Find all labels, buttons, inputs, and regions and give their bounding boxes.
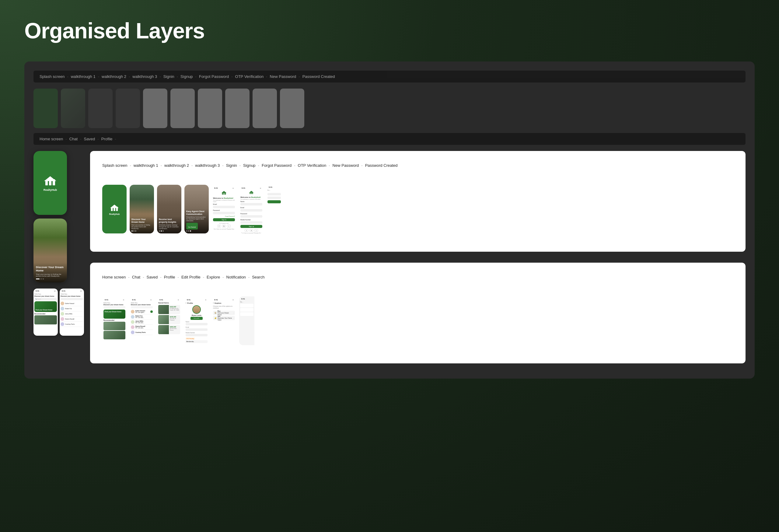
bg-phone-w1 [61,88,85,128]
partial-label: No... [240,301,253,303]
password-input[interactable] [213,212,235,214]
nav1-w3[interactable]: walkthrough 3 [132,74,157,79]
dot-2 [43,279,44,279]
chat-item-5: Courtney Parris [61,322,83,327]
nav2-saved[interactable]: Saved [84,137,95,141]
no-account[interactable]: Don't have an account? Register Now [213,228,235,230]
forgot-submit-btn[interactable] [267,200,281,203]
ns1-signup[interactable]: Signup [243,163,255,168]
search-home[interactable] [104,306,125,309]
main-canvas: Splash screen - walkthrough 1 - walkthro… [24,61,755,378]
facebook-btn[interactable]: f [217,225,221,228]
wt1-sub: Start your journey to finding the perfec… [131,224,152,230]
search-chat-m[interactable] [131,306,153,308]
name-m5: Courtney Parris [135,332,153,333]
signin-btn[interactable]: Sign In [213,218,235,221]
ns1-w3[interactable]: walkthrough 3 [195,163,220,168]
name-input[interactable] [240,203,262,205]
search-bar-chat[interactable] [61,298,83,300]
search-bar[interactable]: 🔍 Search [35,298,57,300]
forgot-input-1[interactable] [267,193,281,195]
ns2-editprofile[interactable]: Edit Profile [181,275,200,279]
svg-marker-11 [222,191,226,193]
discover-text: Discover your dream home: [35,295,57,297]
ns2-home[interactable]: Home screen [102,275,126,279]
nav1-w2[interactable]: walkthrough 2 [102,74,126,79]
p-email-label: Email [186,327,207,328]
ns1-otp[interactable]: OTP Verification [298,163,326,168]
nav2-profile[interactable]: Profile [101,137,113,141]
forgot-input-2[interactable] [267,196,281,199]
a-su[interactable]:  [254,229,258,232]
signup-label: Sign up [240,225,262,228]
ns1-pwcreated[interactable]: Password Created [365,163,398,168]
nav1-signup[interactable]: Signup [180,74,193,79]
find-home-card: Find your Dream Home [104,309,125,319]
ns2-search[interactable]: Search [252,275,264,279]
fb-su[interactable]: f [245,229,248,232]
ns1-w2[interactable]: walkthrough 2 [164,163,189,168]
svg-marker-15 [249,191,253,193]
nav2-chat[interactable]: Chat [69,137,77,141]
nav1-pwcreated[interactable]: Password Created [302,74,335,79]
nav1-signin[interactable]: Signin [163,74,174,79]
nav1-forgot[interactable]: Forgot Password [199,74,229,79]
ns1-splash[interactable]: Splash screen [102,163,127,168]
find-home-title: Find your Dream Home [105,311,124,312]
ns1-newpw[interactable]: New Password [333,163,359,168]
bg-screens-row: Splash screen - walkthrough 1 - walkthro… [34,71,745,145]
edit-profile-btn[interactable]: Edit profile [190,317,203,320]
auth-splash-phone: RealtyHub [102,185,127,233]
bg-phone-forgot [198,88,222,128]
walkthrough-title-large: Discover Your Dream Home [36,266,64,273]
ns2-profile[interactable]: Profile [164,275,175,279]
avatar-m5 [131,331,134,334]
discover-home: Discover your dream home: [104,304,125,306]
saved-img-3 [158,325,169,334]
ns1-w1[interactable]: walkthrough 1 [134,163,158,168]
password-input-su[interactable] [240,215,262,218]
wt1-title: Discover Your Dream Home [131,218,152,223]
white-card-auth: Splash screen - walkthrough 1 - walkthro… [90,151,745,252]
nav1-splash[interactable]: Splash screen [40,74,64,79]
nav1-otp[interactable]: OTP Verification [235,74,264,79]
google-btn[interactable]: G [222,225,226,228]
get-started-btn[interactable]: Get Started [188,226,196,228]
back-arrow[interactable]: ‹ [186,302,186,304]
saved-item-3: $380,000 456 Elm Ave, Denver [158,325,180,334]
email-input[interactable] [213,206,235,208]
saved-info-3: $380,000 456 Elm Ave, Denver [169,325,180,334]
no-account-su[interactable]: Don't have an account? Register Now [240,232,262,233]
explore-back[interactable]: ‹ [213,302,214,304]
ns2-explore[interactable]: Explore [206,275,220,279]
dot-1-active [131,230,133,232]
email-input-su[interactable] [240,209,262,212]
svg-rect-4 [111,208,113,211]
msg-m2: Hi! I am wait... [135,317,153,318]
mobile-input[interactable] [240,221,262,224]
wt2-sub: Schedule property viewings through the a… [159,224,180,230]
ns2-chat[interactable]: Chat [132,275,140,279]
email-label-su: Email [240,206,262,209]
nav2-home[interactable]: Home screen [40,137,63,141]
app-name-sm: RealtyHub [109,213,120,215]
forgot-pw-link[interactable]: Forgot Password? [213,216,235,217]
ns2-notification[interactable]: Notification [226,275,246,279]
ns2-saved[interactable]: Saved [146,275,158,279]
welcome-title: Welcome to RealtyHub! [213,197,235,199]
signup-btn[interactable]: Sign up [240,225,262,228]
ns1-signin[interactable]: Signin [226,163,237,168]
email-label: Email [213,203,235,205]
ns1-forgot[interactable]: Forgot Password [262,163,292,168]
apple-btn[interactable]:  [227,225,231,228]
saved-phone: 9:41 ▪▪ Saved Items $192,600 619 Meadow … [157,296,181,345]
home-screen-phone: 9:41 ▪▪ Hello Nav, Discover your dream h… [102,296,127,345]
explore-buy[interactable]: 🏠 Buy Find your Dream Home › [213,311,235,315]
realtyhub-logo [44,174,56,187]
nav1-newpw[interactable]: New Password [270,74,296,79]
sell-sub: Maximize Your Home Value [218,317,232,321]
nav1-w1[interactable]: walkthrough 1 [71,74,96,79]
explore-sell[interactable]: 💰 Sell Maximize Your Home Value › [213,316,235,320]
g-su[interactable]: G [249,229,253,232]
bg-phone-splash [34,88,58,128]
